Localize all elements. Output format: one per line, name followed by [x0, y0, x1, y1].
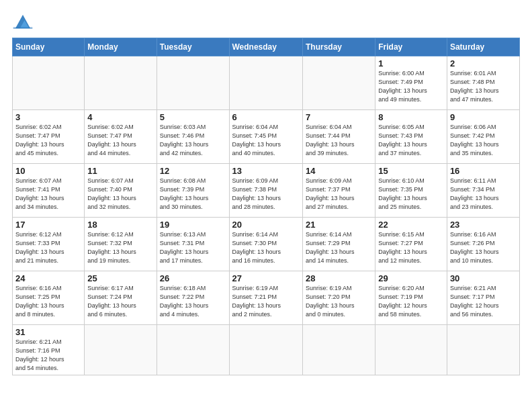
- day-number: 19: [160, 220, 226, 230]
- day-info: Sunrise: 6:16 AM Sunset: 7:26 PM Dayligh…: [450, 230, 517, 265]
- generalblue-logo-icon: [12, 12, 34, 31]
- calendar-cell: 13Sunrise: 6:09 AM Sunset: 7:38 PM Dayli…: [229, 164, 302, 218]
- day-info: Sunrise: 6:05 AM Sunset: 7:43 PM Dayligh…: [378, 123, 444, 158]
- day-info: Sunrise: 6:04 AM Sunset: 7:45 PM Dayligh…: [232, 123, 300, 158]
- page: SundayMondayTuesdayWednesdayThursdayFrid…: [0, 0, 532, 382]
- day-info: Sunrise: 6:07 AM Sunset: 7:40 PM Dayligh…: [87, 177, 153, 212]
- day-number: 3: [15, 112, 81, 122]
- day-number: 28: [306, 273, 372, 283]
- calendar-cell: 7Sunrise: 6:04 AM Sunset: 7:44 PM Daylig…: [302, 110, 375, 164]
- calendar: SundayMondayTuesdayWednesdayThursdayFrid…: [12, 38, 520, 375]
- day-number: 7: [306, 112, 372, 122]
- day-info: Sunrise: 6:10 AM Sunset: 7:35 PM Dayligh…: [378, 177, 444, 212]
- calendar-week-4: 17Sunrise: 6:12 AM Sunset: 7:33 PM Dayli…: [13, 218, 520, 271]
- calendar-cell: 11Sunrise: 6:07 AM Sunset: 7:40 PM Dayli…: [85, 164, 157, 218]
- day-number: 30: [450, 273, 517, 283]
- calendar-cell: 9Sunrise: 6:06 AM Sunset: 7:42 PM Daylig…: [447, 110, 519, 164]
- day-info: Sunrise: 6:08 AM Sunset: 7:39 PM Dayligh…: [160, 177, 226, 212]
- day-number: 20: [232, 220, 300, 230]
- day-number: 2: [450, 58, 517, 68]
- calendar-cell: 30Sunrise: 6:21 AM Sunset: 7:17 PM Dayli…: [447, 271, 519, 325]
- day-info: Sunrise: 6:18 AM Sunset: 7:22 PM Dayligh…: [160, 284, 226, 319]
- calendar-week-6: 31Sunrise: 6:21 AM Sunset: 7:16 PM Dayli…: [13, 325, 520, 375]
- weekday-header-monday: Monday: [85, 38, 157, 56]
- calendar-cell: 27Sunrise: 6:19 AM Sunset: 7:21 PM Dayli…: [229, 271, 302, 325]
- calendar-cell: 5Sunrise: 6:03 AM Sunset: 7:46 PM Daylig…: [157, 110, 229, 164]
- day-info: Sunrise: 6:04 AM Sunset: 7:44 PM Dayligh…: [306, 123, 372, 158]
- calendar-cell: [302, 56, 375, 110]
- day-info: Sunrise: 6:21 AM Sunset: 7:16 PM Dayligh…: [15, 338, 81, 373]
- day-info: Sunrise: 6:12 AM Sunset: 7:32 PM Dayligh…: [87, 230, 153, 265]
- calendar-cell: 3Sunrise: 6:02 AM Sunset: 7:47 PM Daylig…: [13, 110, 85, 164]
- day-number: 9: [450, 112, 517, 122]
- day-info: Sunrise: 6:20 AM Sunset: 7:19 PM Dayligh…: [378, 284, 444, 319]
- day-number: 12: [160, 166, 226, 176]
- day-number: 10: [15, 166, 81, 176]
- calendar-week-2: 3Sunrise: 6:02 AM Sunset: 7:47 PM Daylig…: [13, 110, 520, 164]
- calendar-cell: [85, 56, 157, 110]
- calendar-week-3: 10Sunrise: 6:07 AM Sunset: 7:41 PM Dayli…: [13, 164, 520, 218]
- calendar-cell: 6Sunrise: 6:04 AM Sunset: 7:45 PM Daylig…: [229, 110, 302, 164]
- calendar-cell: 19Sunrise: 6:13 AM Sunset: 7:31 PM Dayli…: [157, 218, 229, 271]
- day-info: Sunrise: 6:19 AM Sunset: 7:21 PM Dayligh…: [232, 284, 300, 319]
- calendar-cell: 4Sunrise: 6:02 AM Sunset: 7:47 PM Daylig…: [85, 110, 157, 164]
- day-number: 1: [378, 58, 444, 68]
- day-info: Sunrise: 6:00 AM Sunset: 7:49 PM Dayligh…: [378, 69, 444, 104]
- calendar-cell: 17Sunrise: 6:12 AM Sunset: 7:33 PM Dayli…: [13, 218, 85, 271]
- day-info: Sunrise: 6:14 AM Sunset: 7:29 PM Dayligh…: [306, 230, 372, 265]
- day-info: Sunrise: 6:17 AM Sunset: 7:24 PM Dayligh…: [87, 284, 153, 319]
- calendar-cell: [85, 325, 157, 375]
- day-info: Sunrise: 6:02 AM Sunset: 7:47 PM Dayligh…: [15, 123, 81, 158]
- day-number: 22: [378, 220, 444, 230]
- day-number: 8: [378, 112, 444, 122]
- day-info: Sunrise: 6:09 AM Sunset: 7:38 PM Dayligh…: [232, 177, 300, 212]
- day-number: 6: [232, 112, 300, 122]
- weekday-header-tuesday: Tuesday: [157, 38, 229, 56]
- calendar-cell: 21Sunrise: 6:14 AM Sunset: 7:29 PM Dayli…: [302, 218, 375, 271]
- calendar-cell: 15Sunrise: 6:10 AM Sunset: 7:35 PM Dayli…: [375, 164, 447, 218]
- calendar-cell: [447, 325, 519, 375]
- day-info: Sunrise: 6:11 AM Sunset: 7:34 PM Dayligh…: [450, 177, 517, 212]
- calendar-cell: 20Sunrise: 6:14 AM Sunset: 7:30 PM Dayli…: [229, 218, 302, 271]
- calendar-week-1: 1Sunrise: 6:00 AM Sunset: 7:49 PM Daylig…: [13, 56, 520, 110]
- day-number: 23: [450, 220, 517, 230]
- day-info: Sunrise: 6:06 AM Sunset: 7:42 PM Dayligh…: [450, 123, 517, 158]
- calendar-cell: [157, 56, 229, 110]
- day-number: 17: [15, 220, 81, 230]
- calendar-cell: 31Sunrise: 6:21 AM Sunset: 7:16 PM Dayli…: [13, 325, 85, 375]
- calendar-cell: 10Sunrise: 6:07 AM Sunset: 7:41 PM Dayli…: [13, 164, 85, 218]
- day-info: Sunrise: 6:03 AM Sunset: 7:46 PM Dayligh…: [160, 123, 226, 158]
- calendar-cell: 12Sunrise: 6:08 AM Sunset: 7:39 PM Dayli…: [157, 164, 229, 218]
- calendar-cell: 28Sunrise: 6:19 AM Sunset: 7:20 PM Dayli…: [302, 271, 375, 325]
- day-info: Sunrise: 6:15 AM Sunset: 7:27 PM Dayligh…: [378, 230, 444, 265]
- day-number: 21: [306, 220, 372, 230]
- calendar-cell: 22Sunrise: 6:15 AM Sunset: 7:27 PM Dayli…: [375, 218, 447, 271]
- calendar-cell: 14Sunrise: 6:09 AM Sunset: 7:37 PM Dayli…: [302, 164, 375, 218]
- day-info: Sunrise: 6:12 AM Sunset: 7:33 PM Dayligh…: [15, 230, 81, 265]
- day-info: Sunrise: 6:21 AM Sunset: 7:17 PM Dayligh…: [450, 284, 517, 319]
- day-number: 25: [87, 273, 153, 283]
- day-info: Sunrise: 6:07 AM Sunset: 7:41 PM Dayligh…: [15, 177, 81, 212]
- day-info: Sunrise: 6:16 AM Sunset: 7:25 PM Dayligh…: [15, 284, 81, 319]
- day-number: 26: [160, 273, 226, 283]
- calendar-cell: [302, 325, 375, 375]
- day-number: 13: [232, 166, 300, 176]
- calendar-week-5: 24Sunrise: 6:16 AM Sunset: 7:25 PM Dayli…: [13, 271, 520, 325]
- weekday-header-friday: Friday: [375, 38, 447, 56]
- weekday-header-thursday: Thursday: [302, 38, 375, 56]
- calendar-cell: 8Sunrise: 6:05 AM Sunset: 7:43 PM Daylig…: [375, 110, 447, 164]
- day-number: 4: [87, 112, 153, 122]
- day-info: Sunrise: 6:19 AM Sunset: 7:20 PM Dayligh…: [306, 284, 372, 319]
- day-number: 16: [450, 166, 517, 176]
- calendar-cell: [375, 325, 447, 375]
- calendar-cell: [157, 325, 229, 375]
- calendar-cell: 29Sunrise: 6:20 AM Sunset: 7:19 PM Dayli…: [375, 271, 447, 325]
- day-number: 5: [160, 112, 226, 122]
- calendar-cell: [13, 56, 85, 110]
- day-number: 11: [87, 166, 153, 176]
- day-number: 15: [378, 166, 444, 176]
- logo: [12, 12, 36, 31]
- calendar-cell: 26Sunrise: 6:18 AM Sunset: 7:22 PM Dayli…: [157, 271, 229, 325]
- day-info: Sunrise: 6:14 AM Sunset: 7:30 PM Dayligh…: [232, 230, 300, 265]
- calendar-cell: 24Sunrise: 6:16 AM Sunset: 7:25 PM Dayli…: [13, 271, 85, 325]
